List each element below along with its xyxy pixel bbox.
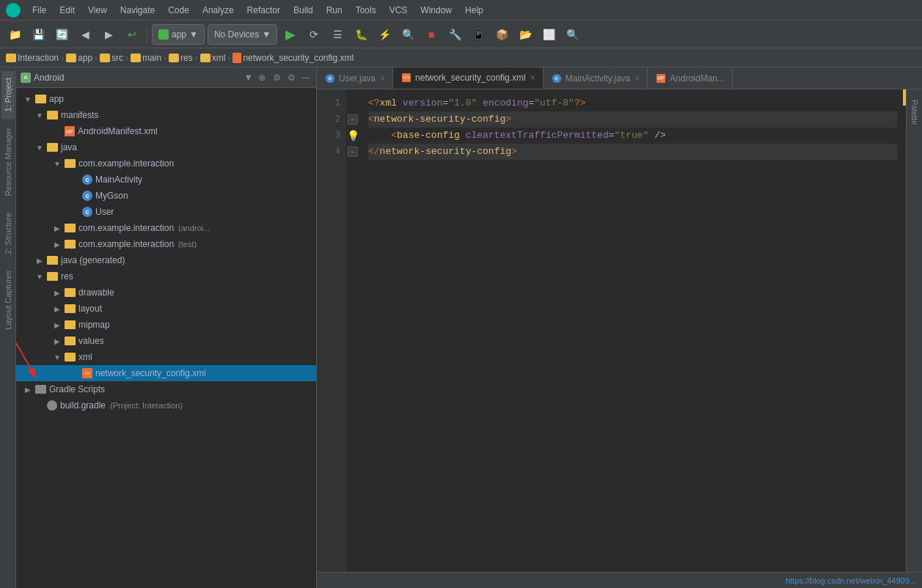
tree-arrow-drawable[interactable]: [53, 288, 62, 297]
toolbar-profile-btn[interactable]: ⚡: [374, 24, 395, 45]
menu-file[interactable]: File: [26, 4, 52, 17]
menu-window[interactable]: Window: [414, 4, 458, 17]
toolbar-terminal-btn[interactable]: ⬜: [538, 24, 559, 45]
tab-mainactivity-java[interactable]: c MainActivity.java ×: [544, 67, 648, 89]
tree-arrow-java[interactable]: [35, 143, 44, 152]
toolbar-sdk-btn[interactable]: 📦: [491, 24, 512, 45]
status-url[interactable]: https://blog.csdn.net/weixin_44909...: [786, 576, 916, 585]
toolbar-avd-btn[interactable]: 📱: [468, 24, 489, 45]
panel-settings-icon[interactable]: ⚙: [271, 72, 282, 84]
toolbar-coverage-btn[interactable]: 🔍: [398, 24, 418, 45]
toolbar-save-btn[interactable]: 💾: [28, 24, 48, 45]
hint-bulb-icon[interactable]: 💡: [347, 130, 359, 142]
menu-view[interactable]: View: [82, 4, 113, 17]
menu-code[interactable]: Code: [162, 4, 195, 17]
tree-arrow-package-test[interactable]: [53, 240, 62, 249]
tree-item-package-test[interactable]: com.example.interaction (test): [16, 236, 316, 252]
tree-item-mainactivity[interactable]: c MainActivity: [16, 172, 316, 188]
fold-icon-2[interactable]: −: [348, 114, 358, 125]
tree-item-package-android[interactable]: com.example.interaction (androi...: [16, 220, 316, 236]
tree-item-androidmanifest[interactable]: MF AndroidManifest.xml: [16, 123, 316, 139]
menu-tools[interactable]: Tools: [350, 4, 382, 17]
gutter-line-4[interactable]: −: [348, 144, 358, 160]
tab-user-java-close[interactable]: ×: [380, 73, 385, 84]
tree-arrow-package-android[interactable]: [53, 224, 62, 232]
right-panel: Palette: [906, 89, 922, 572]
tree-item-java[interactable]: java: [16, 139, 316, 155]
breadcrumb-xml[interactable]: xml: [212, 53, 226, 63]
tree-item-user[interactable]: c User: [16, 204, 316, 220]
toolbar-back-btn[interactable]: ◀: [75, 24, 95, 45]
panel-close-icon[interactable]: —: [300, 72, 312, 84]
tree-item-package-main[interactable]: com.example.interaction: [16, 155, 316, 172]
sidebar-tab-resource[interactable]: Resource Manager: [1, 120, 15, 204]
tree-arrow-xml[interactable]: [53, 353, 62, 361]
panel-locate-icon[interactable]: ⊕: [256, 72, 268, 84]
menu-help[interactable]: Help: [459, 4, 489, 17]
app-dropdown[interactable]: app ▼: [152, 24, 205, 45]
sidebar-tab-layout[interactable]: Layout Captures: [1, 263, 15, 337]
menu-build[interactable]: Build: [288, 4, 319, 17]
tree-arrow-layout[interactable]: [53, 304, 62, 313]
tree-arrow-values[interactable]: [53, 337, 62, 345]
tab-androidmanifest-xml[interactable]: MF AndroidMan...: [648, 67, 733, 89]
tab-user-java[interactable]: c User.java ×: [317, 67, 393, 89]
menu-edit[interactable]: Edit: [54, 4, 81, 17]
fold-icon-4[interactable]: −: [348, 147, 358, 157]
tab-network-xml-close[interactable]: ×: [530, 73, 535, 83]
tree-item-mygson[interactable]: c MyGson: [16, 188, 316, 204]
toolbar-stop-btn[interactable]: ■: [421, 24, 442, 45]
tree-item-mipmap[interactable]: mipmap: [16, 317, 316, 333]
tree-arrow-manifests[interactable]: [35, 111, 44, 120]
tree-item-java-generated[interactable]: java (generated): [16, 252, 316, 268]
breadcrumb-filename[interactable]: network_security_config.xml: [243, 53, 354, 63]
tree-item-drawable[interactable]: drawable: [16, 284, 316, 301]
breadcrumb-interaction[interactable]: Interaction: [18, 53, 59, 63]
toolbar-refresh-btn[interactable]: ⟳: [304, 24, 324, 45]
menu-run[interactable]: Run: [321, 4, 348, 17]
tree-arrow-app[interactable]: [23, 95, 32, 103]
menu-analyze[interactable]: Analyze: [197, 4, 240, 17]
panel-gear-icon[interactable]: ⚙: [285, 72, 297, 84]
toolbar-files-btn[interactable]: 📂: [515, 24, 535, 45]
tree-item-xml[interactable]: xml: [16, 349, 316, 365]
tree-item-values[interactable]: values: [16, 333, 316, 349]
toolbar-search-btn[interactable]: 🔍: [562, 24, 582, 45]
menu-vcs[interactable]: VCS: [384, 4, 414, 17]
breadcrumb-src[interactable]: src: [111, 53, 123, 63]
tree-arrow-package-main[interactable]: [53, 159, 62, 168]
tree-item-build-gradle[interactable]: build.gradle (Project: Interaction): [16, 397, 316, 414]
toolbar-open-btn[interactable]: 📁: [4, 24, 25, 45]
tree-arrow-gradle-scripts[interactable]: [23, 385, 32, 394]
toolbar-bug-btn[interactable]: 🐛: [351, 24, 371, 45]
tab-mainactivity-java-close[interactable]: ×: [634, 73, 640, 84]
sidebar-tab-structure[interactable]: 2: Structure: [1, 205, 15, 262]
tree-arrow-mipmap[interactable]: [53, 320, 62, 329]
panel-dropdown-arrow[interactable]: ▼: [244, 72, 253, 83]
run-button[interactable]: ▶: [280, 24, 301, 45]
tree-item-network-security-config[interactable]: </> network_security_config.xml: [16, 365, 316, 381]
toolbar-gradle-btn[interactable]: 🔧: [444, 24, 465, 45]
menu-navigate[interactable]: Navigate: [114, 4, 161, 17]
breadcrumb-res[interactable]: res: [180, 53, 193, 63]
tree-item-layout[interactable]: layout: [16, 301, 316, 317]
toolbar-forward-btn[interactable]: ▶: [98, 24, 119, 45]
no-devices-dropdown[interactable]: No Devices ▼: [208, 24, 277, 45]
toolbar-sync-btn[interactable]: 🔄: [51, 24, 72, 45]
menu-refactor[interactable]: Refactor: [241, 4, 286, 17]
breadcrumb-main[interactable]: main: [142, 53, 161, 63]
tree-arrow-java-generated[interactable]: [35, 256, 44, 265]
toolbar-undo-btn[interactable]: ↩: [122, 24, 142, 45]
breadcrumb-app[interactable]: app: [78, 53, 92, 63]
tab-network-xml[interactable]: </> network_security_config.xml ×: [393, 67, 544, 89]
gutter-line-2[interactable]: −: [348, 111, 358, 128]
code-content[interactable]: <?xml version="1.0" encoding="utf-8"?> <…: [359, 89, 906, 572]
tree-arrow-res[interactable]: [35, 272, 44, 281]
toolbar-list-btn[interactable]: ☰: [327, 24, 348, 45]
tree-item-gradle-scripts[interactable]: Gradle Scripts: [16, 381, 316, 397]
tree-item-res[interactable]: res: [16, 268, 316, 284]
tree-item-manifests[interactable]: manifests: [16, 107, 316, 123]
sidebar-tab-project[interactable]: 1: Project: [1, 70, 15, 119]
palette-tab[interactable]: Palette: [908, 92, 921, 132]
tree-item-app[interactable]: app: [16, 91, 316, 107]
